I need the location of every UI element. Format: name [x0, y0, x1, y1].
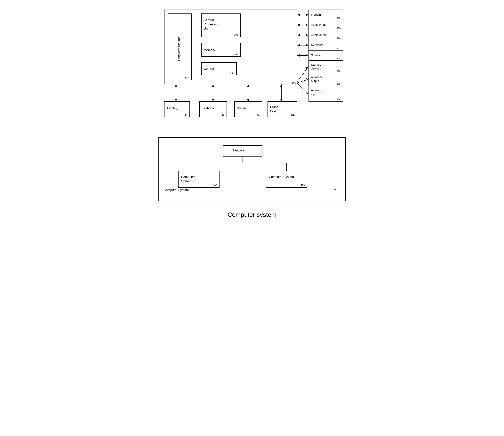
cs1-number: 160: [213, 184, 217, 187]
printer-label: Printer: [237, 107, 246, 110]
display-label: Display: [167, 107, 177, 110]
svg-marker-43: [247, 99, 249, 101]
networks-label: Networks: [311, 43, 323, 47]
cpu-number: 102: [234, 33, 238, 36]
svg-marker-25: [306, 44, 308, 46]
keyboard-label: Keyboard: [202, 107, 215, 110]
scanner-label: Scanner: [311, 54, 322, 57]
memory-label: Memory: [204, 48, 215, 52]
audio-output-label: Audio output: [311, 33, 328, 36]
svg-marker-27: [297, 54, 300, 57]
cpu-label-line1: Central: [204, 18, 214, 22]
networks-number: 122: [337, 47, 340, 50]
cs1-label-line2: System 1: [181, 180, 194, 183]
control-label: Control: [204, 67, 214, 71]
audio-input-label: Audio input: [311, 23, 326, 26]
top-diagram: Long term Storage 108 Central Processing…: [158, 6, 346, 132]
bottom-diagram: Network 150 Computer System 1 160 Comput…: [158, 137, 346, 201]
svg-marker-21: [297, 34, 300, 36]
svg-marker-19: [306, 24, 308, 26]
aux-input-number: 126: [337, 98, 340, 100]
cs1-label-line1: Computer: [181, 175, 195, 179]
network-label: Network: [233, 149, 245, 152]
svg-marker-22: [306, 34, 308, 36]
aux-output-label-line1: Auxiliary: [311, 75, 322, 79]
svg-marker-16: [306, 14, 308, 16]
aux-output-number: 132: [337, 83, 340, 85]
svg-marker-46: [280, 99, 283, 101]
page-title: Computer system: [158, 211, 346, 218]
svg-marker-32: [306, 78, 308, 80]
cursor-control-label-line1: Cursor: [270, 105, 280, 109]
cursor-control-number: 128: [290, 114, 294, 117]
storage-devices-number: 130: [337, 70, 340, 72]
long-term-storage-label: Long term Storage: [177, 37, 180, 61]
aux-output-label-line2: output: [311, 79, 319, 82]
svg-marker-34: [306, 91, 308, 94]
svg-marker-36: [175, 84, 177, 87]
aux-input-label-line2: input: [311, 92, 317, 96]
svg-marker-45: [280, 84, 283, 87]
cursor-control-label-line2: Control: [270, 110, 280, 113]
storage-devices-label-line2: devices: [311, 67, 321, 70]
modem-number: 116: [337, 17, 340, 19]
cs2-label: Computer System 2: [269, 175, 296, 179]
audio-input-number: 118: [337, 27, 340, 29]
svg-marker-28: [306, 54, 308, 57]
cs3-number: 180: [332, 189, 336, 192]
modem-label: Modem: [311, 13, 321, 16]
storage-devices-label-line1: Storage: [311, 63, 321, 66]
network-number: 150: [256, 153, 260, 155]
aux-input-label-line1: Auxiliary: [311, 89, 322, 92]
cpu-label-line2: Processing: [204, 23, 219, 26]
control-number: 106: [230, 72, 234, 74]
top-diagram-svg: Long term Storage 108 Central Processing…: [158, 6, 346, 131]
keyboard-number: 112: [220, 114, 224, 117]
display-number: 110: [183, 114, 187, 117]
memory-number: 104: [234, 53, 238, 56]
cs3-label: Computer System 3: [164, 188, 191, 192]
svg-marker-40: [212, 99, 214, 101]
bottom-diagram-svg: Network 150 Computer System 1 160 Comput…: [163, 142, 338, 192]
svg-marker-42: [247, 84, 249, 87]
svg-marker-30: [306, 67, 308, 70]
system-number: 100: [292, 81, 296, 84]
printer-number: 114: [255, 114, 259, 117]
svg-marker-24: [297, 44, 300, 46]
long-term-storage-number: 108: [185, 76, 189, 79]
cs2-number: 170: [301, 184, 305, 187]
svg-marker-15: [297, 14, 300, 16]
svg-marker-39: [212, 84, 214, 87]
cpu-label-line3: Unit: [204, 27, 209, 30]
audio-output-number: 120: [337, 37, 340, 39]
diagram-container: Long term Storage 108 Central Processing…: [158, 6, 346, 218]
scanner-number: 124: [337, 57, 340, 60]
svg-marker-18: [297, 24, 300, 26]
svg-marker-37: [175, 99, 177, 101]
